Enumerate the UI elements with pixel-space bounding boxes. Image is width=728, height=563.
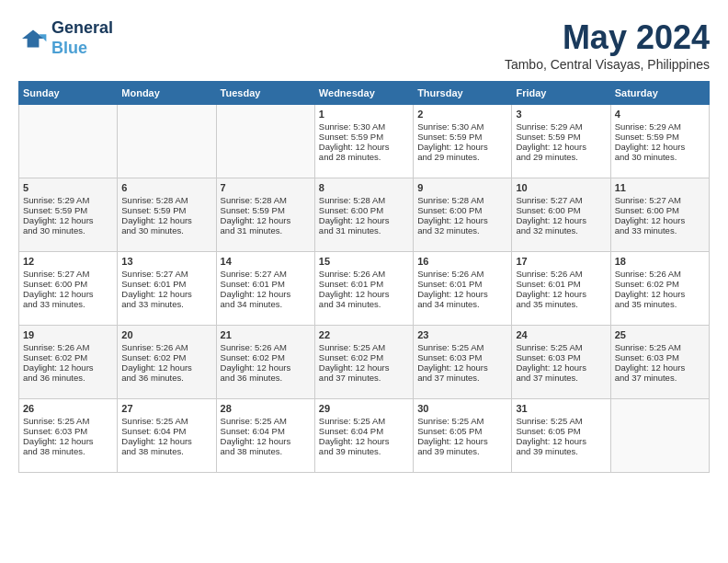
cell-text: Sunset: 6:00 PM: [417, 205, 507, 215]
calendar-cell: 2Sunrise: 5:30 AMSunset: 5:59 PMDaylight…: [414, 105, 512, 178]
cell-text: Sunrise: 5:26 AM: [516, 269, 606, 279]
cell-text: Sunset: 6:01 PM: [516, 279, 606, 289]
cell-text: Sunset: 6:03 PM: [615, 352, 705, 362]
day-number: 9: [417, 182, 507, 193]
cell-text: Sunrise: 5:25 AM: [417, 342, 507, 352]
cell-text: and 39 minutes.: [516, 446, 606, 456]
logo-line1: General: [51, 18, 113, 37]
header-tuesday: Tuesday: [216, 82, 314, 105]
calendar-header: Sunday Monday Tuesday Wednesday Thursday…: [19, 82, 710, 105]
cell-text: and 37 minutes.: [615, 373, 705, 383]
calendar-week-2: 5Sunrise: 5:29 AMSunset: 5:59 PMDaylight…: [19, 178, 710, 252]
cell-text: Daylight: 12 hours: [417, 289, 507, 299]
calendar-cell: 16Sunrise: 5:26 AMSunset: 6:01 PMDayligh…: [414, 252, 512, 326]
cell-text: and 35 minutes.: [516, 299, 606, 309]
cell-text: and 29 minutes.: [516, 152, 606, 162]
calendar-cell: [19, 105, 118, 178]
cell-text: and 33 minutes.: [121, 299, 211, 309]
cell-text: Daylight: 12 hours: [23, 215, 113, 225]
cell-text: Daylight: 12 hours: [319, 436, 409, 446]
cell-text: Daylight: 12 hours: [417, 142, 507, 152]
page-header: General Blue May 2024 Tambo, Central Vis…: [18, 18, 710, 72]
cell-text: Daylight: 12 hours: [417, 436, 507, 446]
cell-text: Sunset: 6:02 PM: [221, 352, 311, 362]
calendar-cell: 21Sunrise: 5:26 AMSunset: 6:02 PMDayligh…: [216, 326, 314, 399]
day-number: 24: [516, 329, 606, 340]
day-number: 15: [319, 256, 409, 267]
cell-text: Daylight: 12 hours: [516, 289, 606, 299]
cell-text: Daylight: 12 hours: [516, 436, 606, 446]
cell-text: Daylight: 12 hours: [319, 215, 409, 225]
day-number: 21: [221, 329, 311, 340]
calendar-cell: 6Sunrise: 5:28 AMSunset: 5:59 PMDaylight…: [118, 178, 216, 252]
cell-text: Sunrise: 5:25 AM: [221, 416, 311, 426]
calendar-cell: 18Sunrise: 5:26 AMSunset: 6:02 PMDayligh…: [610, 252, 709, 326]
day-number: 22: [319, 329, 409, 340]
cell-text: Sunset: 5:59 PM: [23, 205, 113, 215]
day-number: 18: [615, 256, 705, 267]
cell-text: Sunset: 6:01 PM: [121, 279, 211, 289]
day-number: 26: [23, 403, 113, 414]
cell-text: Sunset: 5:59 PM: [319, 132, 409, 142]
day-number: 12: [23, 256, 113, 267]
cell-text: Sunrise: 5:27 AM: [615, 195, 705, 205]
calendar-cell: 3Sunrise: 5:29 AMSunset: 5:59 PMDaylight…: [512, 105, 610, 178]
cell-text: Sunrise: 5:27 AM: [516, 195, 606, 205]
day-number: 10: [516, 182, 606, 193]
cell-text: and 37 minutes.: [319, 373, 409, 383]
cell-text: and 31 minutes.: [221, 225, 311, 236]
calendar-cell: [610, 399, 709, 473]
logo: General Blue: [18, 18, 113, 58]
calendar-week-5: 26Sunrise: 5:25 AMSunset: 6:03 PMDayligh…: [19, 399, 710, 473]
day-number: 13: [121, 256, 211, 267]
cell-text: Sunrise: 5:28 AM: [121, 195, 211, 205]
header-saturday: Saturday: [610, 82, 709, 105]
cell-text: Sunrise: 5:25 AM: [121, 416, 211, 426]
day-number: 7: [221, 182, 311, 193]
cell-text: Sunset: 5:59 PM: [121, 205, 211, 215]
cell-text: and 32 minutes.: [417, 225, 507, 236]
cell-text: and 36 minutes.: [221, 373, 311, 383]
cell-text: Sunset: 6:04 PM: [221, 426, 311, 436]
cell-text: Daylight: 12 hours: [615, 289, 705, 299]
calendar-cell: 30Sunrise: 5:25 AMSunset: 6:05 PMDayligh…: [414, 399, 512, 473]
cell-text: and 29 minutes.: [417, 152, 507, 162]
cell-text: Daylight: 12 hours: [319, 362, 409, 373]
cell-text: Daylight: 12 hours: [121, 215, 211, 225]
cell-text: Sunrise: 5:28 AM: [319, 195, 409, 205]
cell-text: Sunrise: 5:26 AM: [221, 342, 311, 352]
cell-text: Sunset: 6:00 PM: [615, 205, 705, 215]
cell-text: Sunset: 6:03 PM: [417, 352, 507, 362]
cell-text: and 33 minutes.: [23, 299, 113, 309]
cell-text: and 34 minutes.: [319, 299, 409, 309]
day-number: 19: [23, 329, 113, 340]
cell-text: Sunrise: 5:29 AM: [615, 121, 705, 132]
day-number: 30: [417, 403, 507, 414]
cell-text: Sunset: 6:01 PM: [417, 279, 507, 289]
calendar-week-3: 12Sunrise: 5:27 AMSunset: 6:00 PMDayligh…: [19, 252, 710, 326]
cell-text: Sunrise: 5:26 AM: [23, 342, 113, 352]
calendar-cell: [216, 105, 314, 178]
cell-text: Sunrise: 5:25 AM: [319, 342, 409, 352]
cell-text: Daylight: 12 hours: [615, 215, 705, 225]
cell-text: and 38 minutes.: [221, 446, 311, 456]
cell-text: Sunset: 6:05 PM: [516, 426, 606, 436]
cell-text: and 37 minutes.: [516, 373, 606, 383]
calendar-cell: [118, 105, 216, 178]
calendar-cell: 23Sunrise: 5:25 AMSunset: 6:03 PMDayligh…: [414, 326, 512, 399]
cell-text: Daylight: 12 hours: [23, 436, 113, 446]
cell-text: Daylight: 12 hours: [516, 215, 606, 225]
cell-text: Sunrise: 5:26 AM: [319, 269, 409, 279]
calendar-cell: 8Sunrise: 5:28 AMSunset: 6:00 PMDaylight…: [314, 178, 413, 252]
cell-text: and 31 minutes.: [319, 225, 409, 236]
cell-text: and 38 minutes.: [121, 446, 211, 456]
header-row: Sunday Monday Tuesday Wednesday Thursday…: [19, 82, 710, 105]
day-number: 28: [221, 403, 311, 414]
calendar-cell: 4Sunrise: 5:29 AMSunset: 5:59 PMDaylight…: [610, 105, 709, 178]
cell-text: and 28 minutes.: [319, 152, 409, 162]
cell-text: and 35 minutes.: [615, 299, 705, 309]
day-number: 2: [417, 109, 507, 120]
cell-text: Daylight: 12 hours: [121, 362, 211, 373]
day-number: 31: [516, 403, 606, 414]
cell-text: and 30 minutes.: [121, 225, 211, 236]
